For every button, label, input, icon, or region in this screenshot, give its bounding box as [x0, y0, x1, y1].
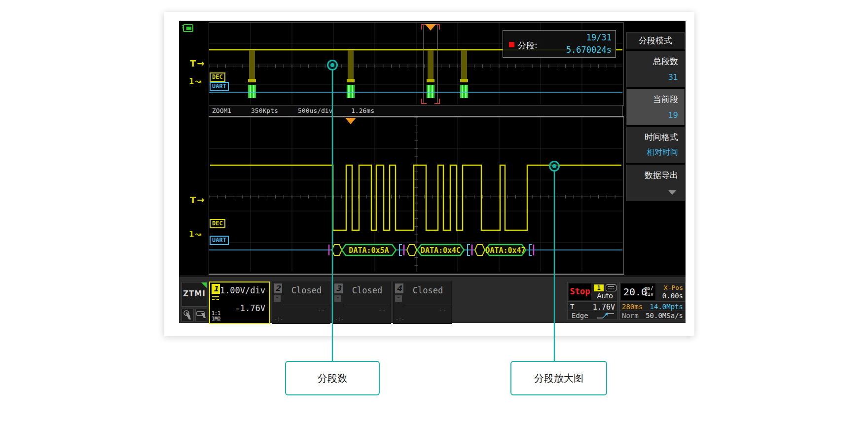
segment-info-box: 分段: 19/31 5.670024s: [503, 30, 616, 58]
uart-packet: DATA:0x47: [472, 245, 534, 255]
channel-2-box[interactable]: 2 - Closed -- -:-: [272, 282, 330, 324]
run-state-button[interactable]: Stop: [569, 283, 591, 300]
zoom-name: ZOOM1: [212, 107, 231, 114]
brand-logo-button[interactable]: ZTMI: [181, 282, 207, 307]
touch-drag-button[interactable]: [195, 309, 207, 321]
acquire-mode: Norm: [622, 312, 639, 319]
touch-tap-button[interactable]: [181, 309, 194, 321]
trigger-mode: Auto: [593, 292, 616, 300]
side-menu-item-current-segment[interactable]: 当前段 19: [626, 89, 685, 125]
channel-4-minus: -: [395, 295, 402, 302]
channel-3-box[interactable]: 3 - Closed -- -:-: [332, 282, 391, 324]
channel-4-offset-dash: --: [438, 307, 447, 315]
zoom-points: 350Kpts: [251, 107, 278, 114]
channel-3-status: Closed: [347, 285, 388, 295]
uart-label-top[interactable]: UART: [210, 82, 229, 91]
touch-drag-icon: [196, 309, 207, 321]
channel-3-number: 3: [334, 283, 343, 293]
channel-3-probe-dash: -:-: [335, 316, 344, 321]
side-menu-item-time-format[interactable]: 时间格式 相对时间: [626, 127, 685, 163]
channel-2-number: 2: [274, 283, 282, 293]
side-menu-item-data-export[interactable]: 数据导出: [626, 165, 685, 201]
svg-text:DATA:0x47: DATA:0x47: [485, 246, 525, 255]
dec-label-top[interactable]: DEC: [210, 72, 225, 82]
trigger-level-marker-top[interactable]: T→: [190, 58, 204, 69]
channel-1-number: 1: [212, 284, 220, 294]
rising-edge-icon: [596, 312, 615, 319]
uart-label-zoom[interactable]: UART: [210, 236, 229, 245]
zoom-timebase: 500us/div: [298, 107, 332, 114]
channel-2-minus: -: [274, 295, 281, 302]
horizontal-panel[interactable]: 20.0 ms/ div X-Pos 0.00s 280ms 14.0Mpts …: [619, 282, 686, 320]
menu-corner-triangle-icon: [201, 283, 207, 288]
touch-tap-icon: [182, 309, 193, 321]
trigger-type: Edge: [572, 312, 588, 319]
segment-time-value: 5.670024s: [566, 45, 612, 55]
channel-2-offset-dash: --: [317, 307, 326, 315]
side-menu-title: 分段模式: [626, 32, 685, 49]
dropdown-arrow-icon: [668, 190, 676, 195]
uart-packet: DATA:0x4C: [404, 245, 472, 255]
channel-4-number: 4: [395, 283, 403, 293]
channel-1-box[interactable]: 1 1:1 1MΩ 1.00V/div -1.76V: [209, 282, 270, 324]
channel-4-status: Closed: [407, 285, 448, 295]
screen-capture-icon[interactable]: [181, 23, 193, 32]
zoom-waveform: DATA:0x5ADATA:0x4CDATA:0x47: [209, 117, 622, 272]
trigger-panel[interactable]: Stop 1 Auto T 1.76V Edge: [567, 282, 617, 320]
note-segment-zoom: 分段放大图: [510, 361, 607, 395]
window-time: 280ms: [622, 303, 643, 311]
channel-4-box[interactable]: 4 - Closed -- -:-: [393, 282, 452, 324]
channel-2-status: Closed: [286, 285, 327, 295]
channel-1-scale: 1.00V/div: [220, 285, 265, 295]
channel-1-offset: -1.76V: [235, 303, 265, 313]
timebase-value: 20.0: [623, 286, 647, 298]
svg-text:DATA:0x5A: DATA:0x5A: [349, 246, 389, 255]
zoom-status-bar: ZOOM1 350Kpts 500us/div 1.26ms: [209, 105, 623, 116]
trigger-source-badge: 1: [594, 284, 604, 291]
xpos-value: 0.00s: [662, 292, 683, 300]
channel-1-impedance: 1MΩ: [212, 317, 220, 321]
segment-count-value: 19/31: [586, 33, 612, 42]
channel-2-probe-dash: -:-: [274, 316, 283, 321]
uart-packet: DATA:0x5A: [329, 245, 404, 255]
dec-label-zoom[interactable]: DEC: [210, 219, 225, 228]
segment-zoom-window[interactable]: DATA:0x5ADATA:0x4CDATA:0x47: [209, 116, 624, 275]
record-square-icon: [509, 42, 514, 47]
trigger-coupling-icon: [606, 284, 616, 291]
segment-overview-window[interactable]: 分段: 19/31 5.670024s: [209, 22, 624, 106]
timebase-box: 20.0 ms/ div: [621, 283, 655, 300]
channel-3-offset-dash: --: [378, 307, 386, 315]
svg-text:DATA:0x4C: DATA:0x4C: [421, 246, 461, 255]
segment-info-label: 分段:: [518, 40, 538, 51]
sample-rate: 50.0MSa/s: [646, 312, 683, 319]
oscilloscope-screen: 分段: 19/31 5.670024s T→ 1↝ DEC UART ZOOM1…: [179, 21, 686, 323]
channel1-source-marker-top[interactable]: 1↝: [189, 77, 201, 86]
trigger-level-label: T: [570, 303, 574, 311]
channel1-source-marker-zoom[interactable]: 1↝: [189, 230, 201, 239]
zoom-offset: 1.26ms: [351, 107, 374, 114]
xpos-label: X-Pos: [664, 284, 683, 291]
memory-depth: 14.0Mpts: [650, 303, 683, 311]
trigger-level-marker-zoom[interactable]: T→: [190, 195, 204, 205]
channel-4-probe-dash: -:-: [396, 316, 404, 321]
side-menu-item-total-segments[interactable]: 总段数 31: [626, 51, 685, 87]
bottom-status-bar: ZTMI 1: [179, 275, 686, 323]
note-segment-count: 分段数: [285, 361, 380, 395]
channel-1-probe: 1:1: [212, 311, 220, 316]
channel-3-minus: -: [334, 295, 341, 302]
screenshot-card: 分段: 19/31 5.670024s T→ 1↝ DEC UART ZOOM1…: [164, 12, 694, 336]
channel-1-coupling-icon: [212, 296, 220, 303]
page: 分段: 19/31 5.670024s T→ 1↝ DEC UART ZOOM1…: [0, 0, 868, 424]
